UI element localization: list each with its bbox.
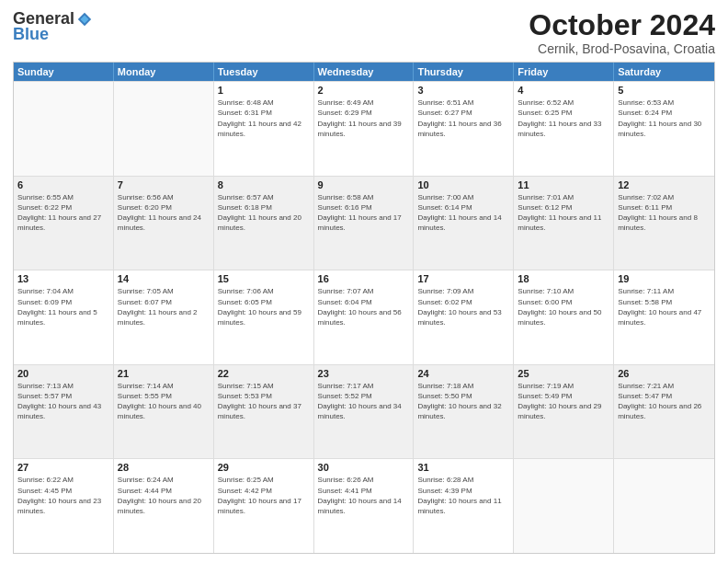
cell-day-number: 31 (417, 462, 509, 473)
day-header-monday: Monday (114, 63, 214, 81)
cell-day-number: 4 (518, 85, 609, 96)
cell-day-number: 5 (618, 85, 711, 96)
cell-info: Sunrise: 7:00 AM Sunset: 6:14 PM Dayligh… (417, 192, 509, 234)
cal-cell-4-6 (614, 459, 714, 553)
cell-info: Sunrise: 6:53 AM Sunset: 6:24 PM Dayligh… (618, 98, 711, 139)
cal-cell-0-5: 4Sunrise: 6:52 AM Sunset: 6:25 PM Daylig… (514, 82, 614, 176)
cal-cell-3-3: 23Sunrise: 7:17 AM Sunset: 5:52 PM Dayli… (314, 365, 415, 459)
cell-day-number: 19 (618, 273, 711, 284)
cell-info: Sunrise: 6:56 AM Sunset: 6:20 PM Dayligh… (118, 192, 210, 234)
cell-info: Sunrise: 6:22 AM Sunset: 4:45 PM Dayligh… (17, 475, 109, 516)
cell-day-number: 20 (17, 368, 109, 379)
cal-cell-1-0: 6Sunrise: 6:55 AM Sunset: 6:22 PM Daylig… (14, 177, 114, 270)
calendar-row-0: 1Sunrise: 6:48 AM Sunset: 6:31 PM Daylig… (14, 81, 714, 176)
cal-cell-3-1: 21Sunrise: 7:14 AM Sunset: 5:55 PM Dayli… (114, 365, 214, 459)
cell-info: Sunrise: 7:15 AM Sunset: 5:53 PM Dayligh… (218, 381, 310, 422)
cell-day-number: 29 (218, 462, 310, 473)
cal-cell-2-0: 13Sunrise: 7:04 AM Sunset: 6:09 PM Dayli… (14, 270, 114, 364)
calendar-row-2: 13Sunrise: 7:04 AM Sunset: 6:09 PM Dayli… (14, 270, 714, 364)
cell-day-number: 1 (218, 85, 310, 96)
cell-info: Sunrise: 7:09 AM Sunset: 6:02 PM Dayligh… (417, 286, 509, 327)
cell-day-number: 18 (518, 273, 609, 284)
cell-day-number: 26 (618, 368, 711, 379)
cell-info: Sunrise: 6:28 AM Sunset: 4:39 PM Dayligh… (417, 475, 509, 516)
cell-info: Sunrise: 7:17 AM Sunset: 5:52 PM Dayligh… (318, 381, 410, 422)
day-header-wednesday: Wednesday (314, 63, 415, 81)
day-header-friday: Friday (514, 63, 614, 81)
cal-cell-4-2: 29Sunrise: 6:25 AM Sunset: 4:42 PM Dayli… (214, 459, 314, 553)
day-header-saturday: Saturday (614, 63, 714, 81)
cell-info: Sunrise: 7:04 AM Sunset: 6:09 PM Dayligh… (17, 286, 109, 327)
cell-day-number: 25 (518, 368, 609, 379)
cal-cell-1-6: 12Sunrise: 7:02 AM Sunset: 6:11 PM Dayli… (614, 177, 714, 270)
cell-info: Sunrise: 7:18 AM Sunset: 5:50 PM Dayligh… (417, 381, 509, 422)
logo-blue-text: Blue (13, 25, 49, 44)
cal-cell-3-5: 25Sunrise: 7:19 AM Sunset: 5:49 PM Dayli… (514, 365, 614, 459)
day-header-tuesday: Tuesday (214, 63, 314, 81)
cell-info: Sunrise: 7:10 AM Sunset: 6:00 PM Dayligh… (518, 286, 609, 327)
cal-cell-2-3: 16Sunrise: 7:07 AM Sunset: 6:04 PM Dayli… (314, 270, 415, 364)
cell-info: Sunrise: 7:13 AM Sunset: 5:57 PM Dayligh… (17, 381, 109, 422)
cell-info: Sunrise: 7:07 AM Sunset: 6:04 PM Dayligh… (318, 286, 410, 327)
month-title: October 2024 (529, 9, 715, 41)
cell-info: Sunrise: 6:26 AM Sunset: 4:41 PM Dayligh… (318, 475, 410, 516)
cal-cell-2-5: 18Sunrise: 7:10 AM Sunset: 6:00 PM Dayli… (514, 270, 614, 364)
location: Cernik, Brod-Posavina, Croatia (529, 41, 715, 56)
cal-cell-3-2: 22Sunrise: 7:15 AM Sunset: 5:53 PM Dayli… (214, 365, 314, 459)
logo-icon (76, 11, 93, 28)
cell-day-number: 6 (17, 179, 109, 190)
cell-info: Sunrise: 7:21 AM Sunset: 5:47 PM Dayligh… (618, 381, 711, 422)
cell-info: Sunrise: 7:02 AM Sunset: 6:11 PM Dayligh… (618, 192, 711, 234)
calendar-header: SundayMondayTuesdayWednesdayThursdayFrid… (14, 63, 714, 81)
cell-info: Sunrise: 7:19 AM Sunset: 5:49 PM Dayligh… (518, 381, 609, 422)
cal-cell-1-4: 10Sunrise: 7:00 AM Sunset: 6:14 PM Dayli… (414, 177, 514, 270)
cell-day-number: 9 (318, 179, 410, 190)
cal-cell-0-1 (114, 82, 214, 176)
cal-cell-1-1: 7Sunrise: 6:56 AM Sunset: 6:20 PM Daylig… (114, 177, 214, 270)
cell-info: Sunrise: 7:11 AM Sunset: 5:58 PM Dayligh… (618, 286, 711, 327)
cell-info: Sunrise: 6:55 AM Sunset: 6:22 PM Dayligh… (17, 192, 109, 234)
cal-cell-0-3: 2Sunrise: 6:49 AM Sunset: 6:29 PM Daylig… (314, 82, 415, 176)
cell-info: Sunrise: 7:05 AM Sunset: 6:07 PM Dayligh… (118, 286, 210, 327)
cell-info: Sunrise: 7:14 AM Sunset: 5:55 PM Dayligh… (118, 381, 210, 422)
cal-cell-0-4: 3Sunrise: 6:51 AM Sunset: 6:27 PM Daylig… (414, 82, 514, 176)
cal-cell-4-4: 31Sunrise: 6:28 AM Sunset: 4:39 PM Dayli… (414, 459, 514, 553)
cell-day-number: 8 (218, 179, 310, 190)
cal-cell-1-3: 9Sunrise: 6:58 AM Sunset: 6:16 PM Daylig… (314, 177, 415, 270)
cal-cell-2-2: 15Sunrise: 7:06 AM Sunset: 6:05 PM Dayli… (214, 270, 314, 364)
cell-day-number: 3 (417, 85, 509, 96)
cell-day-number: 15 (218, 273, 310, 284)
cell-day-number: 22 (218, 368, 310, 379)
cell-day-number: 7 (118, 179, 210, 190)
cell-info: Sunrise: 7:06 AM Sunset: 6:05 PM Dayligh… (218, 286, 310, 327)
cell-info: Sunrise: 7:01 AM Sunset: 6:12 PM Dayligh… (518, 192, 609, 234)
cell-info: Sunrise: 6:52 AM Sunset: 6:25 PM Dayligh… (518, 98, 609, 139)
cell-day-number: 11 (518, 179, 609, 190)
title-block: October 2024 Cernik, Brod-Posavina, Croa… (529, 9, 715, 56)
cell-day-number: 28 (118, 462, 210, 473)
calendar-row-1: 6Sunrise: 6:55 AM Sunset: 6:22 PM Daylig… (14, 176, 714, 270)
cal-cell-2-6: 19Sunrise: 7:11 AM Sunset: 5:58 PM Dayli… (614, 270, 714, 364)
calendar-body: 1Sunrise: 6:48 AM Sunset: 6:31 PM Daylig… (14, 81, 714, 553)
cell-day-number: 14 (118, 273, 210, 284)
cell-day-number: 21 (118, 368, 210, 379)
calendar-row-4: 27Sunrise: 6:22 AM Sunset: 4:45 PM Dayli… (14, 458, 714, 553)
logo: General Blue (13, 9, 93, 44)
cell-day-number: 23 (318, 368, 410, 379)
cal-cell-0-6: 5Sunrise: 6:53 AM Sunset: 6:24 PM Daylig… (614, 82, 714, 176)
cal-cell-0-0 (14, 82, 114, 176)
cal-cell-4-5 (514, 459, 614, 553)
cell-info: Sunrise: 6:58 AM Sunset: 6:16 PM Dayligh… (318, 192, 410, 234)
cell-day-number: 13 (17, 273, 109, 284)
cal-cell-2-4: 17Sunrise: 7:09 AM Sunset: 6:02 PM Dayli… (414, 270, 514, 364)
cell-day-number: 16 (318, 273, 410, 284)
cell-info: Sunrise: 6:24 AM Sunset: 4:44 PM Dayligh… (118, 475, 210, 516)
calendar-row-3: 20Sunrise: 7:13 AM Sunset: 5:57 PM Dayli… (14, 364, 714, 459)
cell-day-number: 12 (618, 179, 711, 190)
cal-cell-4-1: 28Sunrise: 6:24 AM Sunset: 4:44 PM Dayli… (114, 459, 214, 553)
cal-cell-2-1: 14Sunrise: 7:05 AM Sunset: 6:07 PM Dayli… (114, 270, 214, 364)
calendar: SundayMondayTuesdayWednesdayThursdayFrid… (13, 62, 715, 554)
cal-cell-1-2: 8Sunrise: 6:57 AM Sunset: 6:18 PM Daylig… (214, 177, 314, 270)
cell-day-number: 10 (417, 179, 509, 190)
cal-cell-0-2: 1Sunrise: 6:48 AM Sunset: 6:31 PM Daylig… (214, 82, 314, 176)
